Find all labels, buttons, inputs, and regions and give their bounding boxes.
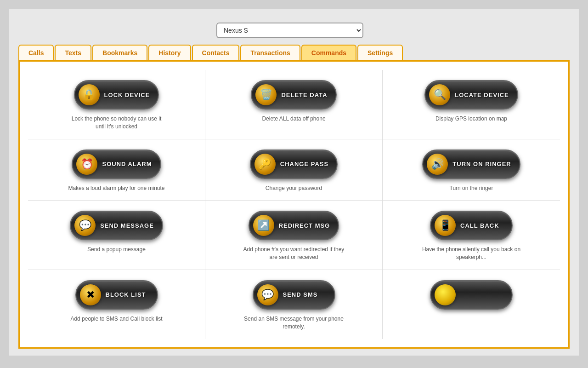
call-back-description: Have the phone silently call you back on… xyxy=(421,246,522,261)
send-message-button[interactable]: 💬 SEND MESSAGE xyxy=(70,211,163,240)
locate-device-button[interactable]: 🔍 LOCATE DEVICE xyxy=(424,80,518,109)
commands-grid: 🔒 LOCK DEVICE Lock the phone so nobody c… xyxy=(28,70,560,339)
send-sms-button[interactable]: 💬 SEND SMS xyxy=(253,280,335,310)
tab-texts[interactable]: Texts xyxy=(55,45,91,60)
lock-device-button[interactable]: 🔒 LOCK DEVICE xyxy=(74,80,159,109)
command-cell-send-message: 💬 SEND MESSAGE Send a popup message xyxy=(28,201,205,270)
main-content: 🔒 LOCK DEVICE Lock the phone so nobody c… xyxy=(18,62,570,349)
call-back-button[interactable]: 📱 CALL BACK xyxy=(430,211,513,240)
tab-transactions[interactable]: Transactions xyxy=(240,45,300,60)
tab-settings[interactable]: Settings xyxy=(357,45,403,60)
sound-alarm-label: SOUND ALARM xyxy=(102,161,152,167)
tab-commands[interactable]: Commands xyxy=(301,45,356,60)
command-cell-sound-alarm: ⏰ SOUND ALARM Makes a loud alarm play fo… xyxy=(28,139,205,201)
unknown-button[interactable] xyxy=(430,280,513,310)
phone-select[interactable]: Nexus S xyxy=(216,23,363,38)
locate-device-description: Display GPS location on map xyxy=(435,115,507,123)
command-cell-send-sms: 💬 SEND SMS Send an SMS message from your… xyxy=(205,270,383,339)
sound-alarm-button[interactable]: ⏰ SOUND ALARM xyxy=(72,150,161,179)
sound-alarm-icon: ⏰ xyxy=(76,154,97,175)
command-cell-locate-device: 🔍 LOCATE DEVICE Display GPS location on … xyxy=(383,70,560,139)
send-sms-icon: 💬 xyxy=(257,284,278,305)
block-list-label: BLOCK LIST xyxy=(106,291,146,298)
command-cell-block-list: ✖ BLOCK LIST Add people to SMS and Call … xyxy=(28,270,205,339)
change-pass-label: CHANGE PASS xyxy=(280,161,328,167)
locate-device-icon: 🔍 xyxy=(429,84,450,105)
command-cell-turn-on-ringer: 🔊 TURN ON RINGER Turn on the ringer xyxy=(383,139,560,201)
sound-alarm-description: Makes a loud alarm play for one minute xyxy=(68,184,164,192)
send-message-description: Send a popup message xyxy=(87,246,146,253)
unknown-icon xyxy=(435,284,456,305)
turn-on-ringer-label: TURN ON RINGER xyxy=(452,161,511,167)
send-sms-label: SEND SMS xyxy=(283,291,318,298)
command-cell-lock-device: 🔒 LOCK DEVICE Lock the phone so nobody c… xyxy=(28,70,205,139)
delete-data-icon: 🗑️ xyxy=(255,84,277,105)
change-pass-icon: 🔑 xyxy=(254,154,276,175)
command-cell-change-pass: 🔑 CHANGE PASS Change your password xyxy=(205,139,383,201)
tab-history[interactable]: History xyxy=(148,45,191,60)
delete-data-label: DELETE DATA xyxy=(281,92,327,98)
tab-calls[interactable]: Calls xyxy=(18,45,54,60)
tabs-bar: CallsTextsBookmarksHistoryContactsTransa… xyxy=(18,45,570,62)
block-list-description: Add people to SMS and Call block list xyxy=(70,315,162,323)
phone-selector-row: Nexus S xyxy=(18,23,570,38)
delete-data-description: Delete ALL data off phone xyxy=(262,115,325,123)
turn-on-ringer-button[interactable]: 🔊 TURN ON RINGER xyxy=(422,150,520,179)
command-cell-call-back: 📱 CALL BACK Have the phone silently call… xyxy=(383,201,560,270)
redirect-msg-label: REDIRECT MSG xyxy=(279,222,330,229)
send-message-icon: 💬 xyxy=(74,215,96,236)
change-pass-button[interactable]: 🔑 CHANGE PASS xyxy=(250,150,338,179)
send-sms-description: Send an SMS message from your phone remo… xyxy=(243,315,345,331)
turn-on-ringer-description: Turn on the ringer xyxy=(450,184,493,192)
block-list-button[interactable]: ✖ BLOCK LIST xyxy=(75,280,158,310)
tab-contacts[interactable]: Contacts xyxy=(192,45,240,60)
call-back-icon: 📱 xyxy=(435,215,456,236)
change-pass-description: Change your password xyxy=(266,184,322,192)
send-message-label: SEND MESSAGE xyxy=(100,222,154,229)
block-list-icon: ✖ xyxy=(80,284,101,305)
lock-device-icon: 🔒 xyxy=(79,84,100,105)
command-cell-unknown xyxy=(383,270,560,339)
redirect-msg-button[interactable]: ↗️ REDIRECT MSG xyxy=(249,211,339,240)
redirect-msg-icon: ↗️ xyxy=(253,215,274,236)
turn-on-ringer-icon: 🔊 xyxy=(427,154,448,175)
locate-device-label: LOCATE DEVICE xyxy=(455,92,509,98)
tab-bookmarks[interactable]: Bookmarks xyxy=(92,45,147,60)
command-cell-delete-data: 🗑️ DELETE DATA Delete ALL data off phone xyxy=(205,70,383,139)
call-back-label: CALL BACK xyxy=(460,222,499,229)
lock-device-label: LOCK DEVICE xyxy=(104,92,150,98)
lock-device-description: Lock the phone so nobody can use it unti… xyxy=(66,115,167,131)
delete-data-button[interactable]: 🗑️ DELETE DATA xyxy=(251,80,336,109)
command-cell-redirect-msg: ↗️ REDIRECT MSG Add phone #'s you want r… xyxy=(205,201,383,270)
redirect-msg-description: Add phone #'s you want redirected if the… xyxy=(243,246,345,261)
